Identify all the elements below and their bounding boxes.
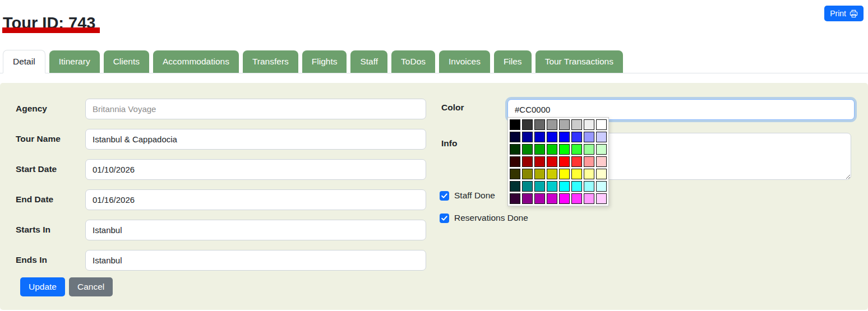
detail-panel: Agency Tour Name Start Date End Date Sta… bbox=[0, 83, 868, 310]
tab-files[interactable]: Files bbox=[494, 50, 532, 73]
reservations-done-row: Reservations Done bbox=[440, 213, 528, 223]
palette-swatch[interactable] bbox=[510, 169, 520, 179]
palette-swatch[interactable] bbox=[571, 119, 582, 130]
printer-icon bbox=[849, 10, 858, 18]
palette-swatch[interactable] bbox=[547, 193, 557, 204]
tab-tour-transactions[interactable]: Tour Transactions bbox=[535, 50, 623, 73]
color-label: Color bbox=[441, 103, 464, 113]
palette-swatch[interactable] bbox=[522, 156, 533, 167]
palette-swatch[interactable] bbox=[559, 169, 570, 179]
palette-swatch[interactable] bbox=[584, 119, 594, 130]
palette-swatch[interactable] bbox=[510, 144, 520, 155]
start-date-label: Start Date bbox=[16, 164, 57, 174]
color-palette-grid bbox=[507, 117, 609, 206]
palette-swatch[interactable] bbox=[534, 156, 545, 167]
end-date-input[interactable] bbox=[85, 189, 426, 210]
tab-clients[interactable]: Clients bbox=[104, 50, 149, 73]
palette-swatch[interactable] bbox=[596, 156, 607, 167]
title-underline bbox=[2, 27, 100, 33]
palette-swatch[interactable] bbox=[522, 132, 533, 142]
tour-name-label: Tour Name bbox=[16, 134, 61, 144]
tab-invoices[interactable]: Invoices bbox=[439, 50, 490, 73]
palette-swatch[interactable] bbox=[584, 156, 594, 167]
palette-swatch[interactable] bbox=[559, 144, 570, 155]
palette-swatch[interactable] bbox=[571, 132, 582, 142]
palette-swatch[interactable] bbox=[534, 144, 545, 155]
palette-swatch[interactable] bbox=[534, 169, 545, 179]
cancel-button[interactable]: Cancel bbox=[69, 277, 113, 296]
agency-input[interactable] bbox=[85, 99, 426, 119]
tab-itinerary[interactable]: Itinerary bbox=[49, 50, 100, 73]
palette-swatch[interactable] bbox=[584, 169, 594, 179]
palette-swatch[interactable] bbox=[596, 169, 607, 179]
reservations-done-checkbox[interactable] bbox=[440, 213, 449, 223]
palette-swatch[interactable] bbox=[559, 181, 570, 192]
print-button-label: Print bbox=[830, 9, 846, 18]
palette-swatch[interactable] bbox=[510, 119, 520, 130]
palette-swatch[interactable] bbox=[510, 193, 520, 204]
palette-swatch[interactable] bbox=[571, 193, 582, 204]
palette-swatch[interactable] bbox=[522, 193, 533, 204]
starts-in-input[interactable] bbox=[85, 220, 426, 240]
palette-swatch[interactable] bbox=[522, 169, 533, 179]
palette-swatch[interactable] bbox=[584, 132, 594, 142]
print-button[interactable]: Print bbox=[824, 6, 864, 21]
palette-swatch[interactable] bbox=[571, 156, 582, 167]
tab-staff[interactable]: Staff bbox=[350, 50, 387, 73]
palette-swatch[interactable] bbox=[571, 181, 582, 192]
palette-swatch[interactable] bbox=[534, 181, 545, 192]
palette-swatch[interactable] bbox=[596, 119, 607, 130]
tab-bar: Detail Itinerary Clients Accommodations … bbox=[0, 50, 868, 73]
end-date-label: End Date bbox=[16, 194, 53, 205]
palette-swatch[interactable] bbox=[547, 144, 557, 155]
palette-swatch[interactable] bbox=[510, 156, 520, 167]
palette-swatch[interactable] bbox=[559, 132, 570, 142]
palette-swatch[interactable] bbox=[547, 181, 557, 192]
palette-swatch[interactable] bbox=[547, 156, 557, 167]
palette-swatch[interactable] bbox=[510, 132, 520, 142]
palette-swatch[interactable] bbox=[547, 169, 557, 179]
staff-done-row: Staff Done bbox=[440, 191, 495, 201]
info-label: Info bbox=[441, 138, 457, 148]
palette-swatch[interactable] bbox=[547, 132, 557, 142]
tab-flights[interactable]: Flights bbox=[302, 50, 347, 73]
palette-swatch[interactable] bbox=[559, 119, 570, 130]
palette-swatch[interactable] bbox=[522, 119, 533, 130]
tab-transfers[interactable]: Transfers bbox=[243, 50, 298, 73]
palette-swatch[interactable] bbox=[596, 193, 607, 204]
starts-in-label: Starts In bbox=[16, 225, 50, 235]
tour-name-input[interactable] bbox=[85, 129, 426, 150]
tab-detail[interactable]: Detail bbox=[3, 50, 45, 73]
palette-swatch[interactable] bbox=[559, 156, 570, 167]
staff-done-checkbox[interactable] bbox=[440, 191, 449, 201]
palette-swatch[interactable] bbox=[522, 144, 533, 155]
palette-swatch[interactable] bbox=[596, 144, 607, 155]
form-actions: Update Cancel bbox=[20, 277, 113, 296]
palette-swatch[interactable] bbox=[559, 193, 570, 204]
update-button[interactable]: Update bbox=[20, 277, 65, 296]
palette-swatch[interactable] bbox=[534, 193, 545, 204]
staff-done-label: Staff Done bbox=[454, 191, 495, 201]
tab-accommodations[interactable]: Accommodations bbox=[153, 50, 239, 73]
palette-swatch[interactable] bbox=[534, 119, 545, 130]
palette-swatch[interactable] bbox=[510, 181, 520, 192]
agency-label: Agency bbox=[16, 104, 47, 114]
palette-swatch[interactable] bbox=[596, 181, 607, 192]
ends-in-label: Ends In bbox=[16, 255, 47, 265]
start-date-input[interactable] bbox=[85, 159, 426, 180]
palette-swatch[interactable] bbox=[522, 181, 533, 192]
palette-swatch[interactable] bbox=[534, 132, 545, 142]
palette-swatch[interactable] bbox=[571, 144, 582, 155]
tab-todos[interactable]: ToDos bbox=[391, 50, 435, 73]
palette-swatch[interactable] bbox=[547, 119, 557, 130]
tour-detail-page: Tour ID: 743 Print Detail Itinerary Clie… bbox=[0, 0, 868, 311]
palette-swatch[interactable] bbox=[596, 132, 607, 142]
reservations-done-label: Reservations Done bbox=[454, 213, 528, 223]
ends-in-input[interactable] bbox=[85, 250, 426, 271]
palette-swatch[interactable] bbox=[584, 193, 594, 204]
palette-swatch[interactable] bbox=[571, 169, 582, 179]
palette-swatch[interactable] bbox=[584, 181, 594, 192]
palette-swatch[interactable] bbox=[584, 144, 594, 155]
